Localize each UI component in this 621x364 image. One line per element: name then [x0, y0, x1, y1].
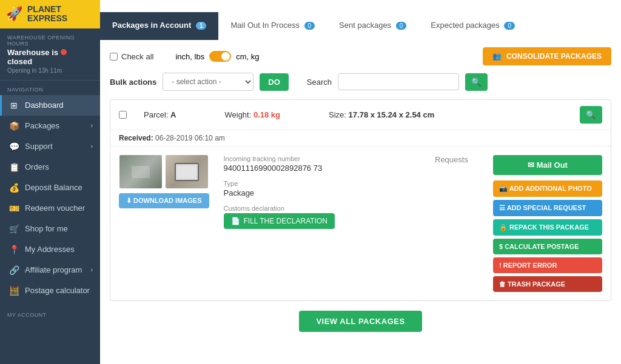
- view-all-packages-button[interactable]: VIEW ALL PACKAGES: [299, 311, 421, 332]
- warehouse-section: WAREHOUSE OPENING HOURS Warehouse is clo…: [0, 28, 100, 81]
- trash-package-button[interactable]: 🗑 TRASH PACKAGE: [493, 276, 602, 292]
- bulk-label: Bulk actions: [110, 78, 156, 87]
- fill-declaration-button[interactable]: 📄 FILL THE DECLARATION: [224, 213, 335, 229]
- unit-inch-label: inch, lbs: [175, 52, 204, 61]
- logo-icon: 🚀: [6, 6, 22, 22]
- tracking-value: 94001116990002892876 73: [224, 164, 426, 173]
- sidebar-item-label: Orders: [25, 162, 49, 171]
- sidebar-item-label: Dashboard: [25, 101, 64, 110]
- sidebar-item-label: Support: [25, 142, 53, 151]
- image-thumb-1: [119, 155, 162, 188]
- sidebar-item-addresses[interactable]: 📍 My Addresses: [0, 239, 100, 260]
- sidebar-item-deposit[interactable]: 💰 Deposit Balance: [0, 177, 100, 198]
- bulk-actions-select[interactable]: - select action -: [163, 73, 253, 91]
- opening-time: Opening in 13h 11m: [7, 67, 93, 74]
- requests-section: Requests: [435, 155, 483, 292]
- postage-icon: 🧮: [9, 286, 19, 296]
- sidebar-item-dashboard[interactable]: ⊞ Dashboard: [0, 95, 100, 116]
- package-images: ⬇ DOWNLOAD IMAGES: [119, 155, 209, 292]
- sidebar-item-support[interactable]: 💬 Support ›: [0, 136, 100, 157]
- logo-text-line2: EXPRESS: [27, 14, 67, 23]
- affiliate-icon: 🔗: [9, 265, 19, 275]
- nav-label: NAVIGATION: [0, 81, 100, 95]
- file-icon: 📄: [231, 217, 240, 225]
- tab-sent-packages[interactable]: Sent packages 0: [327, 12, 418, 40]
- sidebar-item-label: Packages: [25, 121, 59, 130]
- unit-cm-label: cm, kg: [236, 52, 259, 61]
- parcel-label: Parcel: A: [144, 110, 176, 119]
- sidebar-item-label: Affiliate program: [25, 265, 82, 274]
- sidebar-item-orders[interactable]: 📋 Orders: [0, 157, 100, 177]
- received-row: Received: 06-28-2019 06:10 am: [110, 130, 611, 147]
- tabs-bar: Packages in Account 1 Mail Out In Proces…: [100, 12, 621, 40]
- logo-area: 🚀 PLANET EXPRESS: [0, 0, 100, 28]
- sidebar-item-postage[interactable]: 🧮 Postage calculator: [0, 280, 100, 301]
- repack-this-package-button[interactable]: 🔒 REPACK THIS PACKAGE: [493, 219, 602, 236]
- search-label: Search: [307, 78, 332, 87]
- tracking-group: Incoming tracking number 940011169900028…: [224, 155, 426, 173]
- tab-expected-packages[interactable]: Expected packages 0: [418, 12, 527, 40]
- dashboard-icon: ⊞: [9, 101, 19, 110]
- tab-badge: 1: [196, 22, 207, 30]
- sidebar-item-label: Shop for me: [25, 224, 68, 233]
- status-dot: [61, 49, 67, 55]
- customs-group: Customs declaration 📄 FILL THE DECLARATI…: [224, 205, 426, 229]
- redeem-icon: 🎫: [9, 204, 19, 213]
- package-header: Parcel: A Weight: 0.18 kg Size: 17.78 x …: [110, 100, 611, 130]
- content-area: Check all inch, lbs cm, kg 👥 CONSOLIDATE…: [100, 40, 621, 364]
- tab-mail-out[interactable]: Mail Out In Process 0: [218, 12, 327, 40]
- packages-icon: 📦: [9, 121, 19, 131]
- download-images-button[interactable]: ⬇ DOWNLOAD IMAGES: [119, 193, 209, 208]
- controls-row: Check all inch, lbs cm, kg 👥 CONSOLIDATE…: [110, 47, 611, 65]
- image-thumbnails: [119, 155, 208, 188]
- add-additional-photo-button[interactable]: 📷 ADD ADDITIONAL PHOTO: [493, 180, 602, 197]
- package-card: Parcel: A Weight: 0.18 kg Size: 17.78 x …: [110, 99, 611, 301]
- sidebar-item-affiliate[interactable]: 🔗 Affiliate program ›: [0, 260, 100, 280]
- addresses-icon: 📍: [9, 245, 19, 254]
- size-label: Size: 17.78 x 15.24 x 2.54 cm: [329, 110, 434, 119]
- mail-out-button[interactable]: ✉ Mail Out: [493, 155, 602, 175]
- package-info: Incoming tracking number 940011169900028…: [219, 155, 426, 292]
- type-group: Type Package: [224, 180, 426, 197]
- calculate-postage-button[interactable]: $ CALCULATE POSTAGE: [493, 239, 602, 254]
- tab-badge: 0: [396, 22, 407, 30]
- check-all-label[interactable]: Check all: [110, 52, 153, 61]
- support-icon: 💬: [9, 142, 19, 151]
- sidebar-item-redeem[interactable]: 🎫 Redeem voucher: [0, 198, 100, 219]
- chevron-right-icon: ›: [91, 122, 93, 129]
- chevron-right-icon: ›: [91, 266, 93, 273]
- warehouse-status-text: Warehouse is: [7, 48, 58, 57]
- tab-packages-in-account[interactable]: Packages in Account 1: [100, 12, 218, 40]
- check-all-checkbox[interactable]: [110, 53, 118, 61]
- warehouse-closed-text: closed: [7, 57, 93, 66]
- search-button[interactable]: 🔍: [465, 73, 488, 91]
- package-checkbox[interactable]: [119, 111, 127, 119]
- do-button[interactable]: DO: [260, 73, 289, 91]
- my-account-label: MY ACCOUNT: [0, 306, 100, 320]
- image-thumb-2: [166, 155, 208, 188]
- sidebar-item-packages[interactable]: 📦 Packages ›: [0, 116, 100, 136]
- report-error-button[interactable]: ! REPORT ERROR: [493, 257, 602, 273]
- main-content: Packages in Account 1 Mail Out In Proces…: [100, 0, 621, 364]
- top-bar: [100, 0, 621, 12]
- sidebar-item-label: Redeem voucher: [25, 204, 85, 213]
- type-label: Type: [224, 180, 426, 187]
- customs-label: Customs declaration: [224, 205, 426, 212]
- unit-toggle-track[interactable]: [209, 51, 231, 62]
- deposit-icon: 💰: [9, 183, 19, 193]
- package-actions: ✉ Mail Out 📷 ADD ADDITIONAL PHOTO ☰ ADD …: [493, 155, 602, 292]
- logo-text-line1: PLANET: [27, 5, 67, 14]
- tracking-label: Incoming tracking number: [224, 155, 426, 162]
- consolidate-icon: 👥: [492, 52, 502, 61]
- type-value: Package: [224, 188, 426, 197]
- sidebar-item-shopforme[interactable]: 🛒 Shop for me: [0, 219, 100, 239]
- consolidate-packages-button[interactable]: 👥 CONSOLIDATE PACKAGES: [483, 47, 611, 65]
- requests-label: Requests: [435, 155, 483, 164]
- search-package-button[interactable]: 🔍: [580, 106, 602, 124]
- tab-badge: 0: [304, 22, 315, 30]
- tab-badge: 0: [504, 22, 515, 30]
- search-input[interactable]: [338, 73, 459, 90]
- sidebar: 🚀 PLANET EXPRESS WAREHOUSE OPENING HOURS…: [0, 0, 100, 364]
- warehouse-label: WAREHOUSE OPENING HOURS: [7, 35, 93, 47]
- add-special-request-button[interactable]: ☰ ADD SPECIAL REQUEST: [493, 200, 602, 216]
